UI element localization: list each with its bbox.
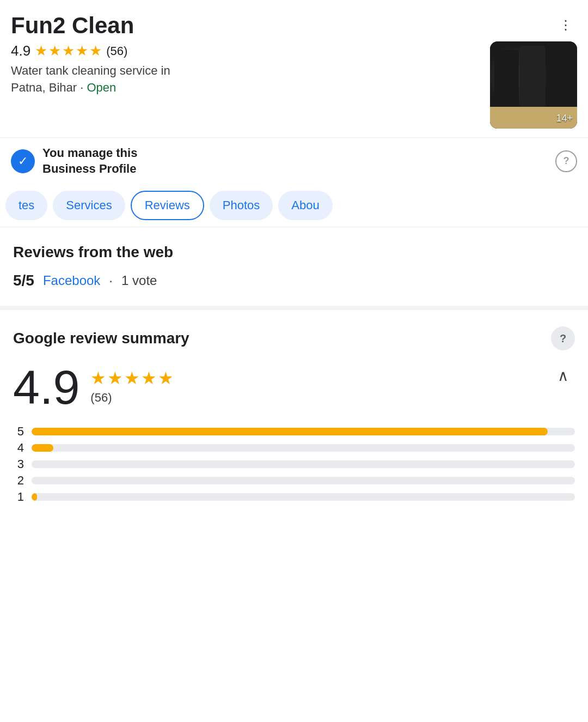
rating-bar-row-2: 2 [13,474,575,488]
business-name: Fun2 Clean [11,13,483,38]
google-review-summary-section: Google review summary ? 4.9 ★ ★ ★ ★ ★ (5… [0,310,588,420]
summary-stars: ★ ★ ★ ★ ★ [90,368,174,389]
tab-about[interactable]: Abou [278,191,332,220]
summary-review-count: (56) [90,391,174,405]
more-options-button[interactable]: ⋮ [553,13,577,37]
bar-fill-4 [32,444,53,452]
bar-label-2: 2 [13,474,24,488]
web-score: 5/5 [13,272,34,289]
bar-label-5: 5 [13,424,24,439]
separator-dot: · [80,81,87,94]
summary-star-5: ★ [158,368,174,389]
thumbnail-image: 14+ [490,41,577,129]
three-dots-icon: ⋮ [559,19,571,32]
tab-services[interactable]: Services [53,191,125,220]
review-count: (56) [106,44,127,58]
rating-bar-row-5: 5 [13,424,575,439]
web-review-row: 5/5 Facebook · 1 vote [13,272,575,289]
web-reviews-title: Reviews from the web [13,244,575,261]
web-source-link[interactable]: Facebook [43,273,100,288]
rating-bars: 5 4 3 2 1 [0,420,588,519]
star-4: ★ [76,43,88,59]
summary-star-3: ★ [124,368,140,389]
description-line1: Water tank cleaning service in [11,64,170,77]
bar-track-4 [32,444,575,452]
rating-bar-row-3: 3 [13,457,575,471]
photo-count-badge: 14+ [556,113,573,124]
verified-check-icon: ✓ [18,154,28,168]
tab-photos[interactable]: Photos [210,191,273,220]
business-description: Water tank cleaning service in Patna, Bi… [11,63,483,96]
bar-track-5 [32,428,575,435]
bar-fill-1 [32,493,37,501]
tank-shape-1 [494,50,519,107]
tank-shape-3 [547,54,571,107]
open-status: Open [87,81,116,94]
expand-button[interactable]: ∧ [551,363,575,387]
profile-help-button[interactable]: ? [555,150,577,172]
tab-reviews[interactable]: Reviews [131,191,204,220]
summary-question-icon: ? [560,332,566,345]
header-right: ⋮ 14+ [490,13,577,129]
business-info: Fun2 Clean 4.9 ★ ★ ★ ★ ★ (56) Water tank… [11,13,483,98]
summary-right: ★ ★ ★ ★ ★ (56) [90,363,174,409]
dot-separator: · [109,273,113,288]
web-reviews-section: Reviews from the web 5/5 Facebook · 1 vo… [0,227,588,310]
bar-track-2 [32,477,575,484]
profile-banner: ✓ You manage thisBusiness Profile ? [0,137,588,184]
bar-track-3 [32,460,575,468]
tank-shape-2 [519,46,546,107]
navigation-tabs: tes Services Reviews Photos Abou [0,184,588,227]
rating-bar-row-4: 4 [13,441,575,455]
bar-track-1 [32,493,575,501]
verified-badge: ✓ [11,149,35,173]
description-line2: Patna, Bihar [11,81,77,94]
summary-star-1: ★ [90,368,106,389]
tab-updates[interactable]: tes [5,191,47,220]
star-3: ★ [62,43,75,59]
rating-bar-row-1: 1 [13,490,575,504]
summary-content: 4.9 ★ ★ ★ ★ ★ (56) [13,363,174,411]
bar-label-3: 3 [13,457,24,471]
review-summary-title: Google review summary [13,330,189,347]
stars-display: ★ ★ ★ ★ ★ [35,43,102,59]
summary-star-4: ★ [141,368,157,389]
summary-help-button[interactable]: ? [551,326,575,350]
big-rating-number: 4.9 [13,363,79,411]
star-5: ★ [89,43,102,59]
web-votes: 1 vote [121,273,157,288]
bar-fill-5 [32,428,548,435]
bar-label-4: 4 [13,441,24,455]
business-thumbnail[interactable]: 14+ [490,41,577,129]
review-summary-header: Google review summary ? [13,326,575,350]
question-icon: ? [564,155,569,167]
header-section: Fun2 Clean 4.9 ★ ★ ★ ★ ★ (56) Water tank… [0,0,588,137]
bar-label-1: 1 [13,490,24,504]
summary-star-2: ★ [107,368,123,389]
chevron-up-icon: ∧ [558,367,569,385]
rating-number: 4.9 [11,43,30,59]
rating-row: 4.9 ★ ★ ★ ★ ★ (56) [11,43,483,59]
star-2: ★ [48,43,61,59]
star-1: ★ [35,43,47,59]
profile-manage-text: You manage thisBusiness Profile [42,145,548,177]
